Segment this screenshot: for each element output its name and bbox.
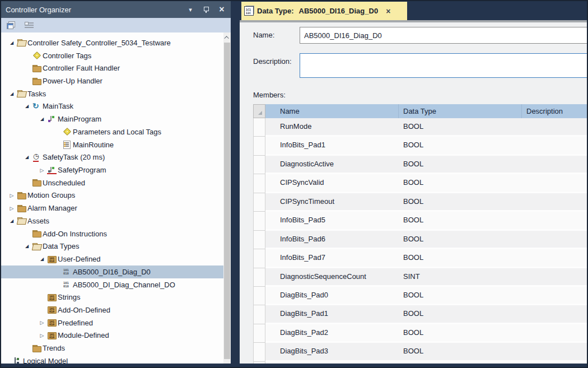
tree-item-user-defined[interactable]: ◢User-Defined (1, 253, 223, 265)
tree-item-safetytask-20-ms[interactable]: ◢SafetyTask (20 ms) (1, 151, 223, 164)
member-cell-type[interactable]: BOOL (399, 118, 522, 135)
tree-item-controller-tags[interactable]: Controller Tags (1, 49, 223, 62)
member-cell-name[interactable]: DiagBits_Pad1 (265, 305, 399, 322)
tree-item-mainprogram[interactable]: ◢MainProgram (1, 113, 223, 125)
row-selector[interactable] (253, 212, 265, 230)
member-cell-type[interactable]: BOOL (399, 156, 522, 173)
member-cell-desc[interactable] (522, 174, 587, 191)
tree-item-maintask[interactable]: ◢MainTask (1, 100, 223, 113)
tree-item-parameters-and-local-tags[interactable]: Parameters and Local Tags (1, 125, 223, 138)
member-cell-desc[interactable] (522, 137, 587, 153)
chevron-down-icon[interactable]: ▾ (186, 5, 195, 14)
details-view-icon[interactable] (24, 20, 35, 30)
tree-item-mainroutine[interactable]: MainRoutine (1, 138, 223, 151)
tree-item-add-on-instructions[interactable]: Add-On Instructions (1, 227, 223, 240)
member-cell-name[interactable]: DiagnosticSequenceCount (265, 268, 399, 285)
tree-item-logical-model[interactable]: Logical Model (1, 355, 223, 364)
tab-close-icon[interactable]: × (386, 7, 390, 15)
member-cell-desc[interactable] (522, 231, 587, 248)
member-cell-desc[interactable] (522, 287, 587, 304)
column-header-data-type[interactable]: Data Type (399, 104, 522, 118)
expand-arrow-icon[interactable]: ◢ (22, 155, 32, 160)
member-cell-desc[interactable] (522, 249, 587, 266)
member-cell-name[interactable]: InfoBits_Pad5 (265, 212, 399, 229)
expand-arrow-icon[interactable]: ◢ (7, 91, 17, 96)
column-header-name[interactable]: Name (265, 104, 399, 118)
member-cell-desc[interactable] (522, 324, 587, 341)
tree-item-motion-groups[interactable]: ▷Motion Groups (1, 189, 223, 202)
panel-splitter[interactable] (231, 1, 240, 364)
expand-arrow-icon[interactable]: ▷ (37, 333, 47, 338)
description-input[interactable] (300, 53, 587, 78)
expand-arrow-icon[interactable]: ▷ (7, 206, 17, 211)
expand-arrow-icon[interactable]: ◢ (7, 218, 17, 223)
member-cell-type[interactable]: BOOL (399, 249, 522, 266)
grid-corner-select-all[interactable] (253, 104, 265, 118)
member-cell-desc[interactable] (522, 193, 587, 210)
member-cell-desc[interactable] (522, 343, 587, 360)
expand-arrow-icon[interactable]: ▷ (37, 320, 47, 325)
row-selector[interactable] (253, 156, 265, 174)
scroll-up-button[interactable] (223, 32, 231, 42)
member-cell-type[interactable]: BOOL (399, 324, 522, 341)
member-cell-name[interactable]: DiagBits_Pad2 (265, 324, 399, 341)
expand-arrow-icon[interactable]: ▷ (37, 167, 47, 173)
tree-item-alarm-manager[interactable]: ▷Alarm Manager (1, 202, 223, 215)
tree-item-ab5000-di16-diag-d0[interactable]: AB5000_DI16_Diag_D0 (1, 265, 223, 278)
member-cell-name[interactable]: RunMode (265, 118, 399, 135)
member-cell-name[interactable]: CIPSyncTimeout (265, 193, 399, 210)
tree-item-strings[interactable]: Strings (1, 291, 223, 304)
tree-item-power-up-handler[interactable]: Power-Up Handler (1, 74, 223, 87)
member-cell-name[interactable]: InfoBits_Pad1 (265, 137, 399, 153)
tree-item-safetyprogram[interactable]: ▷SafetyProgram (1, 164, 223, 176)
member-cell-name[interactable]: InfoBits_Pad7 (265, 249, 399, 266)
tree-item-controller-fault-handler[interactable]: Controller Fault Handler (1, 62, 223, 74)
tab-data-type[interactable]: Data Type:AB5000_DI16_Diag_D0 × (241, 2, 407, 20)
expand-arrow-icon[interactable]: ▷ (7, 193, 17, 198)
row-selector[interactable] (253, 137, 265, 155)
row-selector[interactable] (253, 231, 265, 249)
member-cell-name[interactable]: DiagBits_Pad3 (265, 343, 399, 360)
name-input[interactable] (300, 27, 587, 44)
member-cell-desc[interactable] (522, 118, 587, 135)
member-cell-name[interactable]: InfoBits_Pad6 (265, 231, 399, 248)
expand-arrow-icon[interactable]: ◢ (37, 257, 47, 262)
scrollbar-thumb[interactable] (224, 43, 230, 359)
member-cell-type[interactable]: BOOL (399, 231, 522, 248)
close-icon[interactable]: × (217, 5, 226, 14)
tree-item-trends[interactable]: Trends (1, 342, 223, 355)
member-cell-type[interactable]: BOOL (399, 137, 522, 153)
member-cell-name[interactable]: CIPSyncValid (265, 174, 399, 191)
row-selector[interactable] (253, 268, 265, 287)
row-selector[interactable] (253, 193, 265, 212)
member-cell-type[interactable]: BOOL (399, 212, 522, 229)
tree-item-module-defined[interactable]: ▷Module-Defined (1, 329, 223, 342)
member-cell-name[interactable]: DiagBits_Pad0 (265, 287, 399, 304)
expand-arrow-icon[interactable]: ◢ (7, 40, 17, 45)
member-cell-desc[interactable] (522, 305, 587, 322)
member-cell-type[interactable]: BOOL (399, 193, 522, 210)
tree-item-assets[interactable]: ◢Assets (1, 215, 223, 227)
expand-arrow-icon[interactable]: ◢ (22, 244, 32, 249)
row-selector[interactable] (253, 174, 265, 193)
tree-item-ab5000-di-diag-channel-do[interactable]: AB5000_DI_Diag_Channel_DO (1, 278, 223, 291)
row-selector[interactable] (253, 118, 265, 137)
tree-item-controller-safety-controller-5034-testware[interactable]: ◢Controller Safety_Controller_5034_Testw… (1, 36, 223, 49)
member-cell-type[interactable]: BOOL (399, 343, 522, 360)
row-selector[interactable] (253, 305, 265, 324)
row-selector[interactable] (253, 287, 265, 305)
pin-icon[interactable] (202, 5, 211, 14)
tree-item-tasks[interactable]: ◢Tasks (1, 87, 223, 100)
tree-item-data-types[interactable]: ◢Data Types (1, 240, 223, 253)
member-cell-desc[interactable] (522, 212, 587, 229)
expand-arrow-icon[interactable]: ◢ (37, 117, 47, 122)
member-cell-desc[interactable] (522, 156, 587, 173)
member-cell-type[interactable]: BOOL (399, 287, 522, 304)
row-selector[interactable] (253, 324, 265, 343)
tree-item-predefined[interactable]: ▷Predefined (1, 316, 223, 329)
column-header-description[interactable]: Description (522, 104, 587, 118)
tree-scrollbar[interactable] (223, 32, 231, 364)
tree-item-add-on-defined[interactable]: Add-On-Defined (1, 304, 223, 316)
member-cell-name[interactable]: DiagnosticActive (265, 156, 399, 173)
member-cell-type[interactable]: SINT (399, 268, 522, 285)
